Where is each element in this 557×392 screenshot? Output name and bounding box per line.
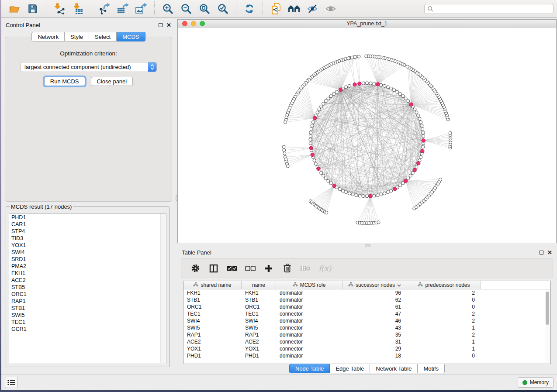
network-node[interactable] — [365, 82, 368, 85]
task-history-button[interactable] — [5, 377, 18, 388]
network-node[interactable] — [415, 111, 418, 114]
network-node[interactable] — [383, 84, 386, 87]
network-node[interactable] — [332, 93, 335, 96]
network-node[interactable] — [409, 174, 412, 177]
table-row[interactable]: FKH1FKH1dominator962 — [183, 289, 550, 296]
network-node[interactable] — [407, 100, 410, 103]
mcds-result-item[interactable]: ORC1 — [9, 291, 166, 298]
network-node[interactable] — [350, 56, 353, 59]
network-node[interactable] — [417, 114, 420, 117]
function-builder-button[interactable]: f(x) — [318, 264, 331, 273]
network-node[interactable] — [415, 165, 418, 168]
tab-network-table[interactable]: Network Table — [370, 364, 418, 373]
network-node[interactable] — [399, 184, 402, 187]
network-node[interactable] — [399, 93, 402, 96]
column-header-name[interactable]: name — [242, 281, 276, 289]
column-header-shared-name[interactable]: shared name — [183, 281, 242, 289]
network-node[interactable] — [327, 97, 330, 100]
network-node[interactable] — [325, 211, 328, 214]
table-row[interactable]: PHD1PHD1dominator180 — [183, 352, 550, 359]
import-network-button[interactable] — [52, 2, 66, 16]
hide-selected-button[interactable] — [306, 2, 320, 16]
close-panel-icon[interactable]: ✕ — [547, 251, 552, 254]
zoom-fit-button[interactable] — [197, 2, 211, 16]
network-node[interactable] — [376, 194, 379, 197]
mcds-result-list[interactable]: PHD1CAR1STP4TID3YOX1SWI4SRD1PMA2FKH1ACE2… — [9, 213, 166, 364]
network-node[interactable] — [335, 90, 338, 93]
network-node[interactable] — [365, 55, 368, 58]
network-node[interactable] — [314, 162, 317, 165]
add-column-button[interactable] — [263, 263, 274, 274]
show-all-button[interactable] — [324, 2, 338, 16]
network-node[interactable] — [286, 165, 289, 168]
zoom-out-button[interactable] — [179, 2, 193, 16]
network-node[interactable] — [373, 194, 376, 197]
network-node[interactable] — [422, 145, 425, 148]
mcds-result-item[interactable]: STP4 — [9, 228, 166, 235]
network-hub-node[interactable] — [309, 146, 313, 150]
network-node[interactable] — [345, 86, 348, 89]
zoom-selected-button[interactable] — [216, 2, 230, 16]
network-hub-node[interactable] — [369, 194, 372, 198]
tab-style[interactable]: Style — [65, 32, 89, 41]
mcds-result-item[interactable]: RAP1 — [9, 298, 166, 305]
network-canvas[interactable] — [178, 28, 556, 243]
network-node[interactable] — [313, 159, 316, 162]
network-node[interactable] — [341, 189, 344, 192]
network-hub-node[interactable] — [353, 83, 356, 86]
network-node[interactable] — [282, 145, 285, 148]
network-node[interactable] — [390, 189, 393, 192]
network-node[interactable] — [386, 191, 389, 194]
table-row[interactable]: ORC1ORC1dominator610 — [183, 303, 550, 310]
column-header-successor-nodes[interactable]: successor nodes — [343, 281, 407, 289]
network-hub-node[interactable] — [417, 162, 420, 165]
table-row[interactable]: STB1STB1dominator620 — [183, 296, 550, 303]
save-session-button[interactable] — [26, 2, 40, 16]
apply-layout-button[interactable] — [242, 2, 256, 16]
table-scrollbar-thumb[interactable] — [546, 292, 549, 325]
network-node[interactable] — [347, 57, 350, 60]
first-neighbors-button[interactable] — [287, 2, 301, 16]
network-node[interactable] — [309, 131, 312, 134]
network-hub-node[interactable] — [339, 88, 342, 91]
network-node[interactable] — [393, 89, 396, 92]
mcds-result-item[interactable]: PMA2 — [9, 263, 166, 270]
network-node[interactable] — [413, 108, 416, 111]
network-node[interactable] — [369, 82, 372, 85]
table-row[interactable]: YOX1YOX1connector291 — [183, 345, 550, 352]
deselect-all-button[interactable] — [245, 263, 256, 274]
network-node[interactable] — [419, 120, 422, 124]
close-panel-icon[interactable]: ✕ — [166, 23, 171, 27]
network-node[interactable] — [324, 100, 327, 103]
run-mcds-button[interactable]: Run MCDS — [44, 77, 85, 86]
network-node[interactable] — [421, 127, 424, 131]
network-node[interactable] — [322, 102, 325, 105]
tab-edge-table[interactable]: Edge Table — [330, 364, 370, 373]
column-header-predecessor-nodes[interactable]: predecessor nodes — [407, 281, 481, 289]
network-node[interactable] — [362, 195, 365, 198]
tab-select[interactable]: Select — [89, 32, 117, 41]
network-hub-node[interactable] — [404, 179, 407, 182]
tab-node-table[interactable]: Node Table — [289, 364, 330, 373]
network-node[interactable] — [311, 124, 314, 127]
network-node[interactable] — [348, 192, 351, 195]
network-node[interactable] — [320, 171, 323, 174]
close-panel-button[interactable]: Close panel — [91, 77, 133, 86]
network-hub-node[interactable] — [311, 153, 314, 156]
network-node[interactable] — [439, 178, 442, 181]
tab-network[interactable]: Network — [31, 32, 65, 41]
mcds-result-item[interactable]: GCR1 — [9, 326, 166, 333]
mcds-result-item[interactable]: SRD1 — [9, 256, 166, 263]
network-node[interactable] — [377, 221, 380, 224]
network-node[interactable] — [316, 111, 319, 114]
network-node[interactable] — [311, 120, 315, 124]
network-hub-node[interactable] — [409, 103, 413, 106]
network-node[interactable] — [283, 148, 286, 151]
network-node[interactable] — [318, 108, 321, 111]
mcds-result-item[interactable]: FKH1 — [9, 270, 166, 277]
network-node[interactable] — [390, 87, 393, 90]
table-scrollbar[interactable] — [545, 290, 550, 363]
network-node[interactable] — [422, 134, 425, 138]
mcds-list-scrollbar[interactable] — [160, 214, 166, 363]
mcds-result-item[interactable]: TID3 — [9, 235, 166, 242]
